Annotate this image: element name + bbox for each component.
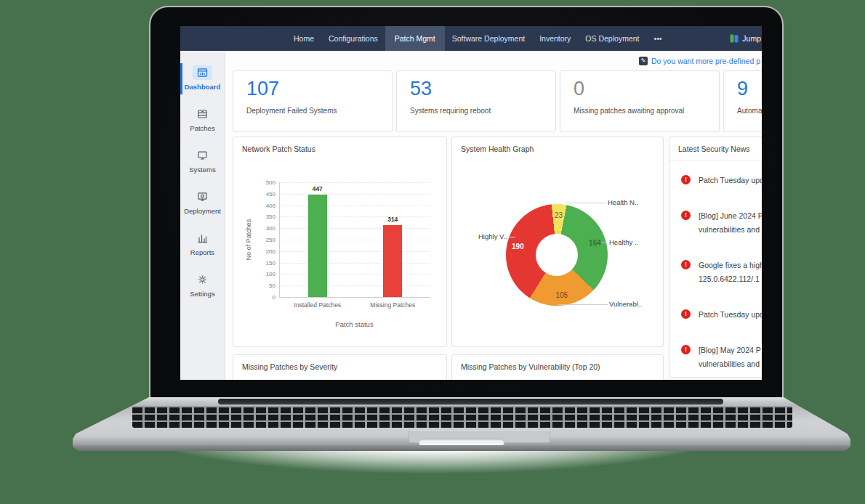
stat-card[interactable]: 53Systems requiring reboot [396,70,556,132]
news-item[interactable]: !Patch Tuesday upd [681,174,762,187]
bar-chart-plot: 050100150200250300350400450500447Install… [279,182,430,298]
y-tick-label: 250 [266,237,275,243]
y-tick-label: 500 [266,179,275,186]
brand-icon [730,34,739,43]
stat-label: Deployment Failed Systems [246,107,379,115]
sidebar-item-dashboard[interactable]: Dashboard [180,60,225,101]
nav-item-home[interactable]: Home [286,26,321,51]
y-tick-label: 400 [266,202,275,208]
chart-title: System Health Graph [452,137,663,153]
laptop-keyboard [132,406,792,428]
sidebar-item-reports[interactable]: Reports [180,225,225,267]
gridline [280,274,430,275]
nav-item-software-deployment[interactable]: Software Deployment [445,26,532,51]
nav-item-inventory[interactable]: Inventory [532,26,578,51]
news-item[interactable]: !Patch Tuesday upd [681,308,762,322]
slice-label: Healthy .. [609,238,638,246]
gridline [280,216,430,217]
nav-item-[interactable]: ••• [646,26,669,51]
predefined-link-label: Do you want more pre-defined p [651,57,760,65]
stat-card[interactable]: 9Automa [723,70,762,132]
callout-line [508,237,515,237]
news-list: !Patch Tuesday upd![Blog] June 2024 Pvul… [669,162,762,377]
slice-label: Highly V.. [478,232,507,240]
patches-icon [193,107,212,121]
news-item[interactable]: ![Blog] May 2024 Pvulnerabilities and [681,344,762,371]
bar-value-label: 447 [313,185,323,192]
stat-value: 53 [410,77,542,100]
alert-icon: ! [681,260,691,269]
bar-installed-patches[interactable] [308,195,327,297]
gridline [280,182,430,183]
promo-row: ✎ Do you want more pre-defined p [225,51,760,70]
reports-icon [193,231,212,245]
bar-missing-patches[interactable] [383,225,402,297]
stat-card[interactable]: 107Deployment Failed Systems [233,70,393,132]
y-tick-label: 450 [266,190,275,197]
nav-item-os-deployment[interactable]: OS Deployment [578,26,646,51]
dashboard-icon [193,65,212,80]
stat-card[interactable]: 0Missing patches awaiting approval [560,70,720,132]
page: HomeConfigurationsPatch MgmtSoftware Dep… [0,0,865,504]
laptop-base [73,397,850,451]
donut-value-label: 105 [555,290,568,298]
brand[interactable]: Jump [730,26,762,51]
bar-value-label: 314 [387,216,398,223]
bar-category-label: Missing Patches [370,301,415,309]
news-item-text: [Blog] May 2024 Pvulnerabilities and [699,344,761,371]
sidebar-item-label: Reports [180,248,225,256]
bar-category-label: Installed Patches [294,301,341,309]
callout-line [566,203,606,203]
gridline [280,251,430,252]
news-item[interactable]: !Google fixes a high125.0.6422.112/.1 [681,259,762,286]
sidebar: DashboardPatchesSystemsDeploymentReports… [180,51,225,380]
news-item[interactable]: ![Blog] June 2024 Pvulnerabilities and [681,209,762,237]
sidebar-item-label: Settings [180,290,225,298]
stat-cards-row: 107Deployment Failed Systems53Systems re… [233,70,762,132]
y-tick-label: 100 [266,271,275,277]
missing-patches-vulnerability-card: Missing Patches by Vulnerability (Top 20… [451,354,664,380]
alert-icon: ! [681,175,691,184]
top-navbar: HomeConfigurationsPatch MgmtSoftware Dep… [180,26,762,51]
slice-label: Health N.. [608,198,638,206]
slice-label: Vulnerabl.. [609,300,642,308]
settings-icon [193,272,212,287]
gridline [280,194,430,195]
sidebar-item-patches[interactable]: Patches [180,101,225,142]
gridline [280,263,430,264]
gridline [280,285,430,286]
chart-title: Network Patch Status [233,137,446,153]
y-tick-label: 150 [266,259,275,266]
donut-value-label: 164 [589,239,601,247]
sidebar-item-label: Dashboard [180,83,225,91]
laptop-screen-bezel: HomeConfigurationsPatch MgmtSoftware Dep… [149,6,784,397]
donut-chart[interactable]: 23164105190 [506,204,608,306]
nav-item-patch-mgmt[interactable]: Patch Mgmt [385,26,445,51]
pencil-icon: ✎ [639,57,648,65]
y-tick-label: 300 [266,225,275,232]
x-axis-title: Patch status [279,320,430,328]
card-title: Missing Patches by Severity [233,355,446,371]
systems-icon [193,148,212,163]
sidebar-item-label: Deployment [180,207,225,215]
app-screen: HomeConfigurationsPatch MgmtSoftware Dep… [180,26,762,380]
alert-icon: ! [681,345,691,354]
predefined-reports-link[interactable]: ✎ Do you want more pre-defined p [639,57,760,65]
sidebar-item-label: Systems [180,166,225,174]
stat-value: 107 [246,77,379,100]
stat-value: 0 [574,77,706,100]
alert-icon: ! [681,211,691,220]
y-tick-label: 50 [269,283,275,289]
stat-label: Systems requiring reboot [410,107,542,115]
nav-item-configurations[interactable]: Configurations [321,26,385,51]
gridline [280,240,430,240]
network-patch-status-card: Network Patch Status No of Patches 05010… [233,137,447,347]
sidebar-item-systems[interactable]: Systems [180,142,225,184]
stat-label: Automa [737,107,762,115]
alert-icon: ! [681,309,691,319]
stat-value: 9 [737,77,762,100]
laptop-hinge [218,399,723,405]
sidebar-item-deployment[interactable]: Deployment [180,184,225,225]
sidebar-item-settings[interactable]: Settings [180,267,225,308]
sidebar-item-label: Patches [180,124,225,132]
